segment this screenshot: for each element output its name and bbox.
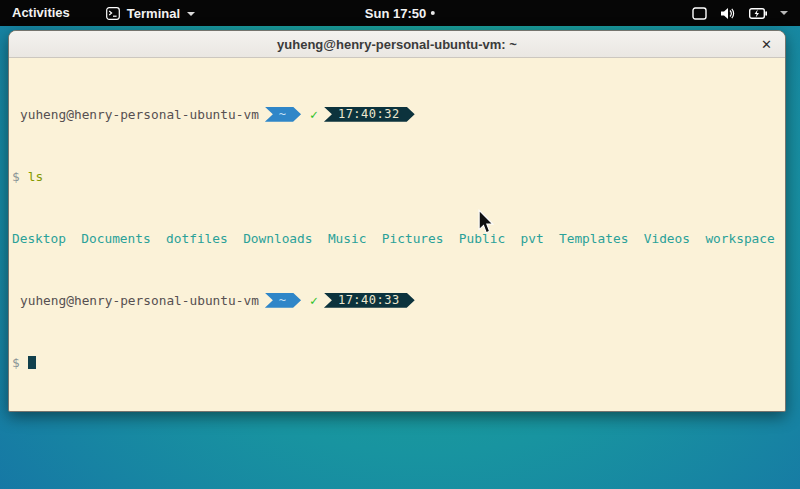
prompt-time-segment: 17:40:32 — [324, 107, 415, 122]
prompt-cwd-segment: ~ — [265, 293, 301, 308]
activities-button[interactable]: Activities — [0, 0, 82, 26]
command-line: $ ls — [12, 169, 785, 185]
clock-label: Sun 17:50 — [365, 6, 426, 21]
typed-command: ls — [28, 169, 43, 185]
terminal-window: yuheng@henry-personal-ubuntu-vm: ~ ✕ yuh… — [8, 30, 786, 412]
volume-icon — [720, 7, 736, 20]
prompt-cwd-segment: ~ — [265, 107, 301, 122]
system-tray[interactable] — [692, 0, 800, 26]
prompt-time-segment: 17:40:33 — [324, 293, 415, 308]
terminal-content[interactable]: yuheng@henry-personal-ubuntu-vm ~ ✓ 17:4… — [9, 58, 785, 411]
prompt-user-host: yuheng@henry-personal-ubuntu-vm — [20, 293, 259, 309]
desktop: Activities Terminal Sun 17:50 — [0, 0, 800, 489]
clock-button[interactable]: Sun 17:50 — [365, 0, 435, 26]
screen-icon — [692, 7, 707, 20]
top-bar: Activities Terminal Sun 17:50 — [0, 0, 800, 26]
terminal-icon — [106, 7, 120, 20]
window-titlebar[interactable]: yuheng@henry-personal-ubuntu-vm: ~ ✕ — [9, 31, 785, 58]
status-check-icon: ✓ — [310, 107, 318, 123]
ls-output: Desktop Documents dotfiles Downloads Mus… — [12, 231, 785, 247]
prompt-symbol: $ — [12, 169, 20, 185]
chevron-down-icon — [187, 12, 195, 16]
app-menu-label: Terminal — [127, 6, 180, 21]
prompt-line-2: yuheng@henry-personal-ubuntu-vm ~ ✓ 17:4… — [12, 293, 785, 309]
battery-charging-icon — [749, 8, 767, 19]
close-icon[interactable]: ✕ — [761, 38, 772, 51]
current-prompt-line: $ — [12, 355, 785, 371]
chevron-down-icon — [780, 11, 788, 15]
app-menu-terminal[interactable]: Terminal — [96, 0, 205, 26]
prompt-line-1: yuheng@henry-personal-ubuntu-vm ~ ✓ 17:4… — [12, 107, 785, 123]
prompt-symbol: $ — [12, 355, 20, 371]
text-cursor — [28, 356, 36, 369]
notification-dot-icon — [431, 11, 435, 15]
status-check-icon: ✓ — [310, 293, 318, 309]
window-title: yuheng@henry-personal-ubuntu-vm: ~ — [277, 37, 517, 52]
prompt-user-host: yuheng@henry-personal-ubuntu-vm — [20, 107, 259, 123]
